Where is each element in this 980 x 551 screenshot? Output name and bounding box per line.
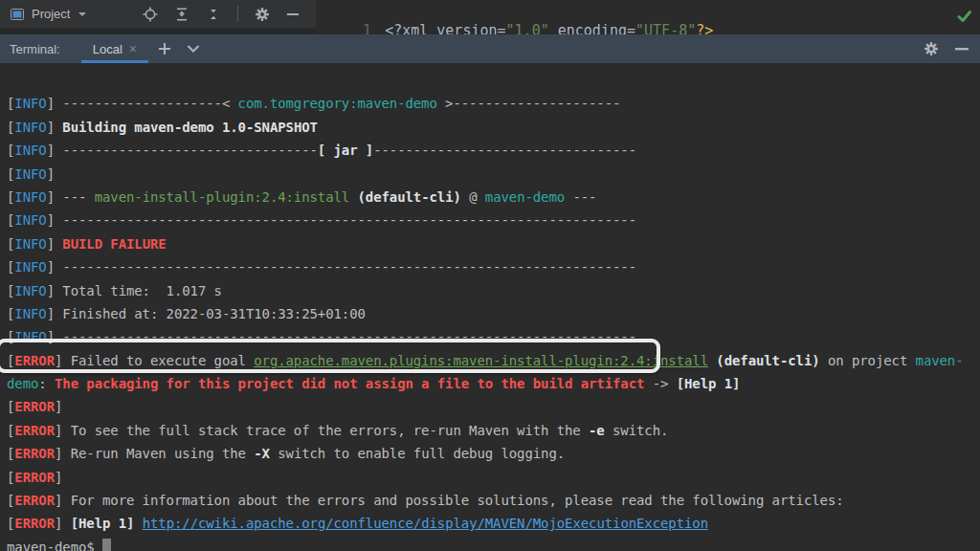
text-segment: ERROR <box>14 423 55 438</box>
terminal-sessions-dropdown-icon[interactable] <box>187 45 200 53</box>
text-segment: (default-cli) <box>358 189 461 205</box>
console-hyperlink[interactable]: http://cwiki.apache.org/confluence/displ… <box>143 516 708 531</box>
text-segment: switch. <box>605 423 669 438</box>
text-segment: [ jar ] <box>318 143 373 158</box>
text-segment: maven- <box>916 353 964 368</box>
text-segment: INFO <box>14 189 46 205</box>
terminal-line: [ERROR] <box>7 466 980 489</box>
text-segment: ] --------------------------------------… <box>47 259 636 275</box>
terminal-line: [INFO] ---------------------------------… <box>7 325 980 348</box>
text-segment: ] <box>47 236 63 252</box>
terminal-line: [INFO] --- maven-install-plugin:2.4:inst… <box>7 186 980 209</box>
text-segment: BUILD FAILURE <box>62 236 166 252</box>
text-segment: demo <box>7 376 38 391</box>
text-segment: INFO <box>14 143 46 158</box>
text-segment: ] Finished at: 2022-03-31T10:33:25+01:00 <box>47 306 366 321</box>
locate-file-icon[interactable] <box>143 7 158 22</box>
text-segment: INFO <box>14 212 46 228</box>
text-segment: ] Re-run Maven using the <box>55 446 254 461</box>
terminal-line: [INFO] Finished at: 2022-03-31T10:33:25+… <box>7 302 980 325</box>
text-segment: INFO <box>14 236 46 252</box>
terminal-line: [INFO] Building maven-demo 1.0-SNAPSHOT <box>7 116 980 139</box>
hide-toolwindow-icon[interactable] <box>286 7 301 22</box>
text-segment: ERROR <box>14 470 55 485</box>
expand-all-icon[interactable] <box>174 7 189 22</box>
terminal-line: [INFO] --------------------------------[… <box>7 139 980 162</box>
goal-hyperlink[interactable]: org.apache.maven.plugins:maven-install-p… <box>254 353 708 368</box>
text-segment: ERROR <box>14 353 55 368</box>
text-segment: -e <box>589 423 605 438</box>
text-segment: -X <box>254 446 270 461</box>
hide-terminal-icon[interactable] <box>955 41 969 56</box>
terminal-tab-label: Local <box>93 42 122 56</box>
text-segment: ] --------------------------------------… <box>47 329 636 344</box>
text-segment: Building maven-demo 1.0-SNAPSHOT <box>62 120 318 135</box>
text-segment: (default-cli) <box>716 353 819 368</box>
terminal-line: [INFO] Total time: 1.017 s <box>7 279 980 302</box>
editor-line-2-clipped: 2<project xmlns="http://maven.apache.org… <box>316 28 817 34</box>
text-segment: [Help 1] <box>677 376 741 391</box>
terminal-line: [ERROR] To see the full stack trace of t… <box>7 419 980 442</box>
terminal-line: [ERROR] <box>7 395 980 418</box>
text-segment: @ <box>461 189 485 205</box>
text-segment: --------------------------------- <box>373 143 636 158</box>
terminal-panel-header: Terminal: Local × <box>0 34 980 63</box>
inspections-ok-check-icon[interactable] <box>956 8 972 24</box>
text-segment: maven-demo$ <box>7 540 102 551</box>
text-segment: ] Total time: 1.017 s <box>47 283 222 298</box>
text-segment: com.tomgregory:maven-demo <box>238 96 437 111</box>
collapse-all-icon[interactable] <box>206 7 221 22</box>
project-toolwindow-header: Project <box>0 0 316 29</box>
terminal-tab-local[interactable]: Local × <box>81 34 148 63</box>
close-tab-icon[interactable]: × <box>129 41 137 56</box>
text-segment: maven-demo <box>485 189 565 205</box>
text-segment: maven-install-plugin:2.4:install <box>95 189 350 205</box>
text-segment: [Help 1] <box>71 516 135 531</box>
editor-area[interactable]: 1<?xml version="1.0" encoding="UTF-8"?> … <box>316 0 980 34</box>
text-segment: INFO <box>14 306 46 321</box>
text-segment <box>134 516 142 531</box>
terminal-line: [ERROR] For more information about the e… <box>7 489 980 512</box>
terminal-cursor <box>102 539 111 551</box>
text-segment: ] To see the full stack trace of the err… <box>55 423 589 438</box>
text-segment: ERROR <box>14 493 55 508</box>
text-segment: ] <box>47 120 63 135</box>
text-segment: ] --------------------------------------… <box>47 212 636 228</box>
text-segment: on project <box>820 353 916 368</box>
terminal-output[interactable]: [INFO] --------------------< com.tomgreg… <box>0 63 980 551</box>
text-segment: >--------------------- <box>437 96 621 111</box>
text-segment <box>349 189 357 205</box>
text-segment: ] <box>55 399 62 414</box>
project-toolwindow-title[interactable]: Project <box>32 7 70 21</box>
text-segment: ] -------------------------------- <box>47 143 318 158</box>
text-segment: -> <box>644 376 676 391</box>
terminal-line: maven-demo$ <box>7 536 980 551</box>
terminal-line: [INFO] ---------------------------------… <box>7 209 980 231</box>
terminal-line: demo: The packaging for this project did… <box>7 372 980 395</box>
chevron-down-icon[interactable] <box>78 11 87 17</box>
text-segment: INFO <box>14 283 46 298</box>
terminal-line: [INFO] BUILD FAILURE <box>7 232 980 255</box>
terminal-settings-gear-icon[interactable] <box>924 41 939 56</box>
terminal-line: [INFO] --------------------< com.tomgreg… <box>7 92 980 115</box>
terminal-line: [INFO] <box>7 163 980 186</box>
new-terminal-session-icon[interactable] <box>158 42 171 55</box>
terminal-line: [ERROR] Re-run Maven using the -X switch… <box>7 442 980 465</box>
text-segment: INFO <box>14 96 46 111</box>
text-segment: ] <box>55 470 62 485</box>
text-segment: ] <box>47 166 55 182</box>
text-segment: ] For more information about the errors … <box>55 493 844 508</box>
text-segment: switch to enable full debug logging. <box>270 446 565 461</box>
terminal-panel-title: Terminal: <box>10 42 60 56</box>
terminal-line: [ERROR] Failed to execute goal org.apach… <box>7 349 980 372</box>
terminal-line: [ERROR] [Help 1] http://cwiki.apache.org… <box>7 512 980 535</box>
text-segment: INFO <box>14 120 46 135</box>
gear-icon[interactable] <box>255 7 270 22</box>
text-segment: INFO <box>14 166 46 182</box>
text-segment: ERROR <box>14 516 55 531</box>
project-toolwindow-icon <box>10 7 25 22</box>
text-segment: ] --- <box>47 189 95 205</box>
text-segment: ERROR <box>14 399 55 414</box>
text-segment: INFO <box>14 329 46 344</box>
text-segment: ] <box>55 516 71 531</box>
